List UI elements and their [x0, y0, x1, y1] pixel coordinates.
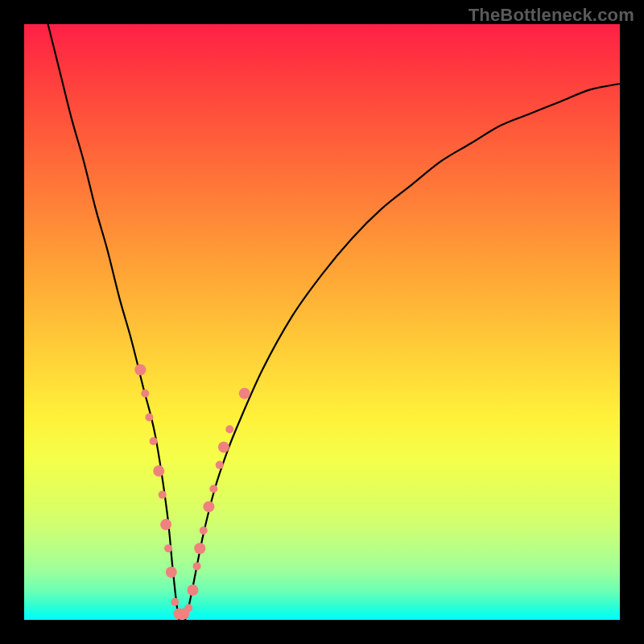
marker-point — [218, 441, 229, 452]
chart-frame: TheBottleneck.com — [0, 0, 644, 644]
marker-point — [159, 491, 167, 499]
marker-point — [225, 425, 233, 433]
marker-point — [239, 388, 250, 399]
marker-point — [164, 544, 172, 552]
plot-area — [24, 24, 620, 620]
marker-point — [150, 437, 158, 445]
marker-point — [209, 485, 217, 493]
chart-svg — [24, 24, 620, 620]
marker-point — [187, 584, 198, 596]
watermark-text: TheBottleneck.com — [469, 5, 634, 26]
marker-point — [160, 519, 171, 530]
marker-point — [184, 604, 192, 612]
marker-point — [171, 598, 179, 606]
bottleneck-curve — [48, 24, 620, 620]
marker-point — [216, 461, 224, 469]
marker-point — [166, 567, 177, 578]
marker-point — [134, 364, 146, 375]
marker-point — [141, 390, 149, 398]
marker-point — [194, 543, 205, 554]
marker-point — [203, 501, 214, 512]
highlight-points — [134, 364, 250, 619]
marker-point — [145, 413, 153, 421]
marker-point — [193, 562, 201, 570]
marker-point — [153, 465, 164, 477]
marker-point — [200, 526, 208, 535]
